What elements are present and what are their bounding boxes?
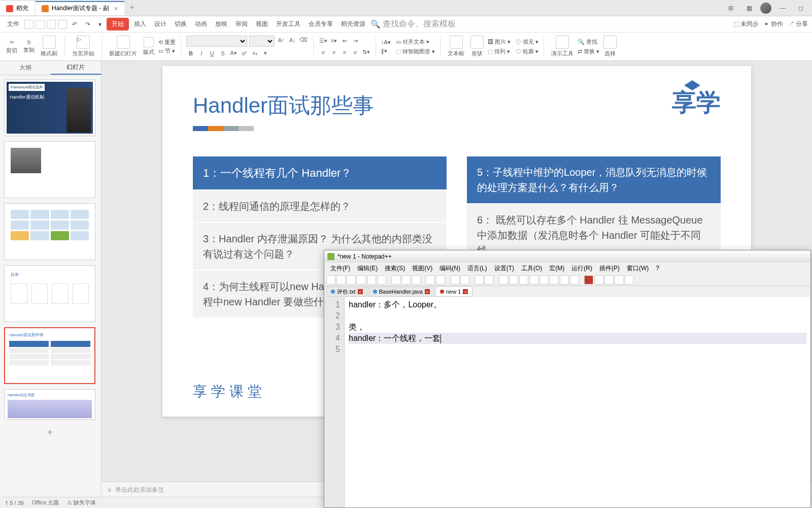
npp-stop-icon[interactable]: [594, 275, 603, 284]
bullets-button[interactable]: ☰▾: [319, 37, 328, 46]
thumb-6[interactable]: Handler的生词图: [4, 389, 95, 420]
tab-add-button[interactable]: +: [125, 3, 139, 13]
preview-icon[interactable]: [47, 20, 56, 29]
npp-doc-icon[interactable]: [550, 275, 559, 284]
npp-menu-macro[interactable]: 宏(M): [546, 263, 567, 274]
user-avatar[interactable]: [760, 3, 771, 14]
npp-tab-1[interactable]: 评价.txt ×: [326, 287, 367, 297]
menu-member[interactable]: 会员专享: [306, 18, 336, 30]
npp-playfast-icon[interactable]: [615, 275, 624, 284]
fill-button[interactable]: ◇ 填充 ▾: [516, 38, 538, 46]
undo-icon[interactable]: [58, 20, 67, 29]
menu-design[interactable]: 设计: [151, 18, 170, 30]
npp-find-icon[interactable]: [450, 275, 459, 284]
npp-save-icon[interactable]: [347, 275, 356, 284]
outline-tab[interactable]: 大纲: [0, 61, 51, 75]
grow-font-icon[interactable]: A↑: [277, 36, 286, 45]
slides-tab[interactable]: 幻灯片: [51, 61, 101, 75]
grid-icon[interactable]: ▦: [742, 1, 756, 15]
format-icon[interactable]: [43, 36, 56, 49]
close-icon[interactable]: ×: [358, 289, 363, 294]
command-search[interactable]: 🔍 查找命令、搜索模板: [370, 19, 456, 29]
missing-fonts[interactable]: ⚠ 缺失字体: [67, 499, 96, 506]
menu-view[interactable]: 视图: [253, 18, 271, 30]
close-icon[interactable]: ×: [463, 289, 468, 294]
smartart-button[interactable]: ⬚ 转智能图形 ▾: [396, 48, 435, 55]
npp-titlebar[interactable]: *new 1 - Notepad++: [324, 250, 810, 263]
menu-start[interactable]: 开始: [107, 18, 129, 30]
picture-button[interactable]: 🖼 图片 ▾: [488, 38, 511, 46]
replace-button[interactable]: ⇄ 替换 ▾: [578, 48, 599, 55]
npp-tab-3[interactable]: new 1 ×: [435, 287, 472, 297]
find-button[interactable]: 🔍 查找: [578, 38, 599, 46]
npp-zoom-in-icon[interactable]: [475, 275, 484, 284]
underline-button[interactable]: U: [208, 49, 217, 58]
close-icon[interactable]: ×: [114, 5, 118, 13]
thumb-3[interactable]: [4, 203, 95, 260]
menu-transition[interactable]: 切换: [172, 18, 190, 30]
npp-menu-run[interactable]: 运行(R): [568, 263, 595, 274]
npp-new-icon[interactable]: [326, 275, 335, 284]
indent-more-button[interactable]: ⇥: [351, 37, 360, 46]
font-size-select[interactable]: [249, 36, 275, 47]
npp-print-icon[interactable]: [377, 275, 386, 284]
redo-arrow[interactable]: ↷: [82, 19, 93, 30]
npp-menu-help[interactable]: ?: [653, 264, 662, 273]
npp-menu-settings[interactable]: 设置(T): [491, 263, 517, 274]
indent-less-button[interactable]: ⇤: [340, 37, 349, 46]
minimize-button[interactable]: —: [775, 1, 790, 15]
npp-menu-search[interactable]: 搜索(S): [382, 263, 408, 274]
line-spacing-button[interactable]: ⇅▾: [361, 48, 370, 57]
notepad-window[interactable]: *new 1 - Notepad++ 文件(F) 编辑(E) 搜索(S) 视图(…: [324, 250, 811, 508]
newslide-icon[interactable]: [117, 36, 130, 49]
justify-button[interactable]: ≡: [351, 48, 360, 57]
npp-menu-tools[interactable]: 工具(O): [518, 263, 545, 274]
npp-open-icon[interactable]: [336, 275, 346, 284]
align-text-button[interactable]: ▭ 对齐文本 ▾: [396, 38, 435, 46]
print-icon[interactable]: [36, 20, 45, 29]
undo-arrow[interactable]: ↶: [69, 19, 80, 30]
font-color-button[interactable]: A▾: [229, 49, 238, 58]
superscript-button[interactable]: x²: [240, 49, 249, 58]
align-right-button[interactable]: ≡: [340, 48, 349, 57]
reset-button[interactable]: ⟲ 重置: [158, 39, 176, 46]
npp-fold-icon[interactable]: [529, 275, 538, 284]
menu-show[interactable]: 放映: [212, 18, 230, 30]
tab-docker[interactable]: 稻壳: [0, 1, 35, 15]
align-center-button[interactable]: ≡: [329, 48, 339, 57]
align-left-button[interactable]: ≡: [319, 48, 328, 57]
highlight-button[interactable]: ▾: [261, 49, 270, 58]
npp-menu-view[interactable]: 视图(V): [409, 263, 435, 274]
npp-menu-language[interactable]: 语言(L): [464, 263, 490, 274]
npp-map-icon[interactable]: [570, 275, 579, 284]
menu-docker[interactable]: 稻壳资源: [338, 18, 368, 30]
npp-wrap-icon[interactable]: [499, 275, 508, 284]
npp-play-icon[interactable]: [604, 275, 614, 284]
editor-text[interactable]: handler：多个，Looper。 类， handler：一个线程，一套: [345, 297, 810, 507]
npp-savemacro-icon[interactable]: [625, 275, 634, 284]
npp-cut-icon[interactable]: [391, 275, 400, 284]
npp-close-icon[interactable]: [367, 275, 376, 284]
npp-saveall-icon[interactable]: [357, 275, 366, 284]
menu-devtools[interactable]: 开发工具: [273, 18, 303, 30]
npp-copy-icon[interactable]: [401, 275, 411, 284]
npp-hidden-icon[interactable]: [509, 275, 518, 284]
menu-animation[interactable]: 动画: [192, 18, 210, 30]
dropdown-icon[interactable]: ▾: [95, 19, 105, 30]
menu-file[interactable]: 文件: [4, 18, 22, 30]
font-family-select[interactable]: [186, 36, 247, 47]
thumb-4[interactable]: 目录: [4, 265, 95, 322]
tab-main[interactable]: Handler面试专题 - 副 ×: [36, 1, 124, 15]
thumb-5[interactable]: Handler面试那些事: [4, 327, 95, 384]
thumb-1[interactable]: Framework面试宝典 Handler通信机制: [4, 79, 95, 136]
sync-button[interactable]: ⬚ 未同步: [733, 20, 759, 28]
numbering-button[interactable]: ≡▾: [329, 37, 339, 46]
npp-record-icon[interactable]: [584, 275, 593, 284]
npp-tab-2[interactable]: BaseHandler.java ×: [368, 287, 434, 297]
shrink-font-icon[interactable]: A↓: [288, 36, 297, 45]
subscript-button[interactable]: x₂: [250, 49, 259, 58]
npp-undo-icon[interactable]: [426, 275, 435, 284]
select-icon[interactable]: [603, 36, 617, 49]
add-slide-button[interactable]: +: [4, 425, 95, 440]
textbox-icon[interactable]: [450, 36, 463, 49]
